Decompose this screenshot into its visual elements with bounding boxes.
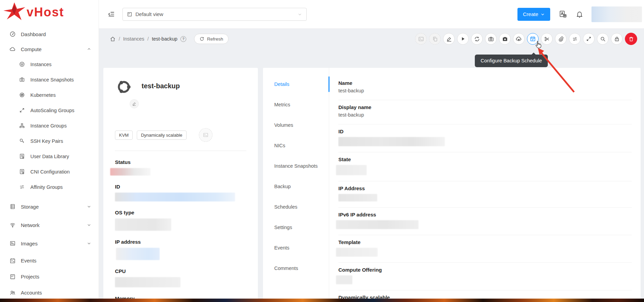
- detail-field-id: ID: [338, 124, 632, 152]
- breadcrumb-instances[interactable]: Instances: [123, 36, 144, 42]
- detail-field-ipv6: IPv6 IP address: [338, 208, 632, 235]
- trash-icon: [628, 36, 634, 42]
- paperclip-icon: [558, 36, 564, 42]
- autoscale-icon: [19, 107, 25, 114]
- sidebar-item-label: Kubernetes: [30, 92, 56, 98]
- tag-dynamically-scalable: Dynamically scalable: [137, 131, 186, 140]
- sidebar-item-instance-snapshots[interactable]: Instance Snapshots: [0, 72, 99, 87]
- project-view-icon: [127, 12, 132, 17]
- sidebar-item-label: Affinity Groups: [30, 184, 63, 190]
- tab-backup[interactable]: Backup: [263, 176, 329, 197]
- detail-tabs: Details Metrics Volumes NICs Instance Sn…: [263, 68, 329, 302]
- tag-kvm: KVM: [115, 131, 133, 140]
- tab-settings[interactable]: Settings: [263, 217, 329, 238]
- sidebar-item-cni-configuration[interactable]: CNI Configuration: [0, 164, 99, 179]
- detail-field-state: State: [338, 152, 632, 181]
- view-selector-value: Default view: [135, 11, 163, 17]
- reload-icon: [200, 36, 204, 41]
- copy-icon: [432, 36, 438, 42]
- edit-name-button[interactable]: [130, 99, 139, 108]
- sidebar-item-dashboard[interactable]: Dashboard: [0, 27, 99, 42]
- breadcrumb: / Instances / test-backup ? Refresh: [110, 34, 229, 44]
- divider: [115, 151, 246, 151]
- svg-text:vHost: vHost: [27, 5, 64, 19]
- destroy-instance-button[interactable]: [625, 33, 637, 45]
- vm-snapshot-button[interactable]: [499, 33, 511, 45]
- sidebar-item-storage[interactable]: Storage: [0, 197, 99, 216]
- breadcrumb-current: test-backup: [152, 36, 177, 42]
- camera-icon: [488, 36, 494, 42]
- sidebar-item-events[interactable]: Events: [0, 253, 99, 269]
- instance-summary-card: test-backup KVM Dynamically scalable Sta…: [103, 68, 258, 302]
- sidebar-item-instances[interactable]: Instances: [0, 57, 99, 72]
- help-icon[interactable]: ?: [180, 36, 186, 42]
- sidebar-item-autoscaling-groups[interactable]: AutoScaling Groups: [0, 103, 99, 118]
- reset-password-button[interactable]: [611, 33, 623, 45]
- chevron-down-icon: [541, 12, 545, 16]
- sidebar-item-label: Images: [21, 241, 38, 246]
- migrate-instance-button[interactable]: [569, 33, 581, 45]
- tab-instance-snapshots[interactable]: Instance Snapshots: [263, 156, 329, 176]
- document-user-icon: [19, 153, 25, 160]
- start-instance-button[interactable]: [457, 33, 469, 45]
- tab-comments[interactable]: Comments: [263, 258, 329, 278]
- configure-backup-schedule-button[interactable]: [527, 33, 539, 45]
- instance-detail-card: Details Metrics Volumes NICs Instance Sn…: [263, 68, 641, 302]
- detach-iso-button[interactable]: [541, 33, 553, 45]
- detail-field-template: Template: [338, 235, 632, 263]
- field-ip-address: IP address: [115, 239, 246, 260]
- detail-field-display-name: Display name test-backup: [338, 100, 632, 124]
- sidebar-item-projects[interactable]: Projects: [0, 269, 99, 285]
- desktop-wallpaper-strip: [0, 299, 644, 302]
- sidebar-item-instance-groups[interactable]: Instance Groups: [0, 118, 99, 133]
- sidebar-item-compute[interactable]: Compute: [0, 42, 99, 57]
- storage-icon: [10, 203, 16, 210]
- reboot-instance-button[interactable]: [471, 33, 483, 45]
- tab-metrics[interactable]: Metrics: [263, 94, 329, 115]
- tab-events[interactable]: Events: [263, 238, 329, 258]
- sidebar-item-ssh-key-pairs[interactable]: SSH Key Pairs: [0, 133, 99, 149]
- take-snapshot-button[interactable]: [485, 33, 497, 45]
- sidebar-item-accounts[interactable]: Accounts: [0, 285, 99, 301]
- sidebar-item-label: Projects: [21, 274, 39, 280]
- sidebar-item-affinity-groups[interactable]: Affinity Groups: [0, 179, 99, 195]
- redacted-id-value: [115, 193, 235, 201]
- sidebar-item-network[interactable]: Network: [0, 216, 99, 234]
- home-icon[interactable]: [110, 36, 116, 42]
- redacted-ip-value: [338, 194, 377, 201]
- field-id: ID: [115, 184, 246, 201]
- chevron-down-icon: [297, 12, 302, 17]
- sidebar-item-kubernetes[interactable]: Kubernetes: [0, 87, 99, 103]
- menu-fold-icon[interactable]: [108, 11, 115, 18]
- sidebar-item-user-data-library[interactable]: User Data Library: [0, 149, 99, 164]
- scale-instance-button[interactable]: [583, 33, 595, 45]
- create-button-label: Create: [523, 11, 538, 17]
- tab-schedules[interactable]: Schedules: [263, 197, 329, 217]
- tab-volumes[interactable]: Volumes: [263, 115, 329, 135]
- play-icon: [460, 36, 466, 42]
- console-button: [415, 33, 427, 45]
- search-button[interactable]: [597, 33, 609, 45]
- tab-nics[interactable]: NICs: [263, 135, 329, 156]
- create-button[interactable]: Create: [517, 8, 550, 21]
- brand-logo[interactable]: vHost: [0, 0, 99, 24]
- attach-iso-button[interactable]: [555, 33, 567, 45]
- restore-backup-button[interactable]: [513, 33, 525, 45]
- refresh-button[interactable]: Refresh: [194, 34, 229, 44]
- copy-button: [429, 33, 441, 45]
- redacted-id-value: [338, 137, 445, 146]
- translate-icon[interactable]: [559, 10, 567, 18]
- bell-icon[interactable]: [576, 11, 583, 18]
- tab-details[interactable]: Details: [263, 74, 329, 94]
- edit-button[interactable]: [443, 33, 455, 45]
- view-selector[interactable]: Default view: [122, 8, 307, 21]
- redacted-offering-value: [336, 275, 352, 284]
- chevron-up-icon: [87, 47, 91, 51]
- camera-filled-icon: [502, 36, 508, 42]
- project-icon: [10, 274, 16, 280]
- sidebar-item-label: Instance Snapshots: [30, 77, 74, 82]
- detail-fields: Name test-backup Display name test-backu…: [329, 68, 641, 302]
- sidebar-item-images[interactable]: Images: [0, 234, 99, 253]
- user-profile-redacted[interactable]: [591, 6, 642, 22]
- wifi-icon: [10, 222, 16, 228]
